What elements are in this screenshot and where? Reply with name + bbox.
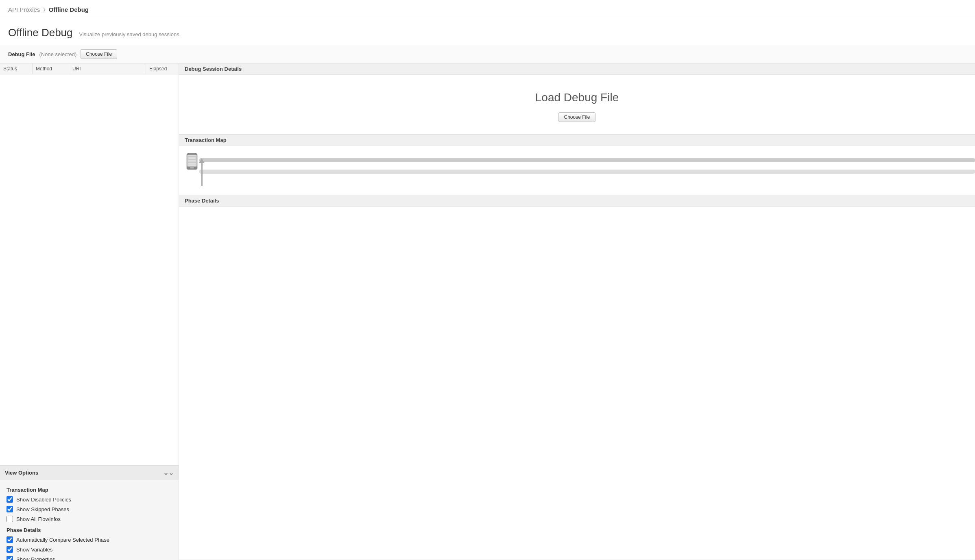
show-disabled-checkbox[interactable] — [7, 496, 13, 503]
transaction-map-header: Transaction Map — [179, 135, 975, 146]
view-options-title: View Options — [5, 470, 38, 476]
tx-map-lines — [199, 153, 975, 186]
transaction-map-content — [179, 146, 975, 195]
show-all-flowinfos-checkbox[interactable] — [7, 516, 13, 522]
vo-item-show-all-flowinfos: Show All FlowInfos — [7, 516, 172, 522]
page-subtitle: Visualize previously saved debug session… — [79, 31, 181, 37]
col-uri: URI — [69, 63, 146, 74]
view-options-header[interactable]: View Options ⌄⌄ — [0, 466, 179, 480]
breadcrumb-current: Offline Debug — [49, 6, 89, 13]
load-debug-area: Load Debug File Choose File — [179, 75, 975, 134]
vo-tx-map-label: Transaction Map — [7, 487, 172, 493]
col-status: Status — [0, 63, 33, 74]
show-all-flowinfos-label[interactable]: Show All FlowInfos — [16, 516, 61, 522]
breadcrumb: API Proxies › Offline Debug — [0, 0, 975, 19]
vo-item-show-properties: Show Properties — [7, 556, 172, 560]
page-title: Offline Debug — [8, 26, 73, 39]
tx-table-header: Status Method URI Elapsed — [0, 63, 179, 74]
debug-file-label: Debug File — [8, 51, 35, 57]
show-properties-label[interactable]: Show Properties — [16, 556, 55, 560]
left-panel: Status Method URI Elapsed View Options ⌄… — [0, 63, 179, 560]
col-method: Method — [33, 63, 69, 74]
debug-session-header: Debug Session Details — [179, 63, 975, 75]
page-header: Offline Debug Visualize previously saved… — [0, 19, 975, 45]
show-skipped-label[interactable]: Show Skipped Phases — [16, 506, 69, 512]
arrow-up — [199, 158, 204, 186]
phase-details-section: Phase Details — [179, 195, 975, 560]
debug-file-status: (None selected) — [39, 51, 76, 57]
breadcrumb-parent[interactable]: API Proxies — [8, 6, 40, 13]
line-forward — [199, 158, 975, 162]
vo-item-show-variables: Show Variables — [7, 546, 172, 553]
auto-compare-label[interactable]: Automatically Compare Selected Phase — [16, 537, 109, 543]
arrow-shaft — [201, 163, 203, 186]
phase-details-header: Phase Details — [179, 195, 975, 207]
choose-file-button-main[interactable]: Choose File — [558, 112, 595, 122]
debug-session-details: Debug Session Details Load Debug File Ch… — [179, 63, 975, 135]
vo-item-auto-compare: Automatically Compare Selected Phase — [7, 536, 172, 543]
phone-icon — [185, 153, 198, 170]
load-debug-title: Load Debug File — [535, 91, 619, 104]
view-options-content: Transaction Map Show Disabled Policies S… — [0, 480, 179, 560]
vo-item-show-disabled: Show Disabled Policies — [7, 496, 172, 503]
arrow-head — [199, 158, 205, 163]
main-layout: Status Method URI Elapsed View Options ⌄… — [0, 63, 975, 560]
vo-phase-details-label: Phase Details — [7, 527, 172, 533]
auto-compare-checkbox[interactable] — [7, 536, 13, 543]
line-return — [199, 170, 975, 174]
show-variables-checkbox[interactable] — [7, 546, 13, 553]
right-panel: Debug Session Details Load Debug File Ch… — [179, 63, 975, 560]
collapse-icon[interactable]: ⌄⌄ — [163, 469, 174, 477]
transaction-table: Status Method URI Elapsed — [0, 63, 179, 465]
vo-item-show-skipped: Show Skipped Phases — [7, 506, 172, 512]
show-variables-label[interactable]: Show Variables — [16, 547, 52, 553]
breadcrumb-separator: › — [43, 6, 45, 13]
view-options: View Options ⌄⌄ Transaction Map Show Dis… — [0, 465, 179, 560]
show-skipped-checkbox[interactable] — [7, 506, 13, 512]
debug-file-bar: Debug File (None selected) Choose File — [0, 45, 975, 63]
choose-file-button-top[interactable]: Choose File — [81, 49, 117, 59]
show-disabled-label[interactable]: Show Disabled Policies — [16, 497, 71, 503]
transaction-map-section: Transaction Map — [179, 135, 975, 195]
svg-rect-2 — [190, 167, 194, 168]
col-elapsed: Elapsed — [146, 63, 179, 74]
show-properties-checkbox[interactable] — [7, 556, 13, 560]
